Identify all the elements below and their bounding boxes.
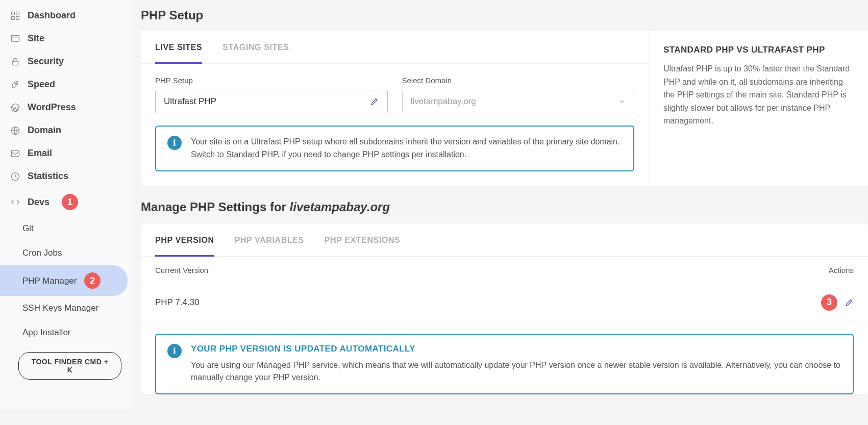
chevron-down-icon (618, 98, 626, 105)
manage-section-title: Manage PHP Settings for livetampabay.org (141, 200, 868, 214)
sidebar-item-label: Statistics (28, 171, 68, 182)
page-title: PHP Setup (141, 8, 868, 22)
sidebar-item-site[interactable]: Site (0, 27, 132, 50)
tab-live-sites[interactable]: LIVE SITES (155, 31, 202, 64)
sidebar-item-label: Speed (28, 79, 55, 90)
sidebar-item-statistics[interactable]: Statistics (0, 165, 132, 188)
pencil-icon[interactable] (845, 298, 854, 307)
site-icon (10, 34, 20, 44)
sidebar-item-label: Dashboard (28, 10, 76, 21)
svg-rect-2 (12, 16, 15, 19)
table-head-left: Current Version (155, 266, 208, 274)
sidebar-subitem-cron[interactable]: Cron Jobs (0, 241, 132, 265)
select-domain-label: Select Domain (402, 76, 635, 85)
sidebar-item-label: Site (28, 33, 44, 44)
sidebar-subitem-php-manager[interactable]: PHP Manager 2 (0, 265, 128, 296)
tab-php-extensions[interactable]: PHP EXTENSIONS (325, 223, 401, 256)
dashboard-icon (10, 11, 20, 21)
setup-info-text: Your site is on a Ultrafast PHP setup wh… (191, 136, 622, 161)
sidebar-item-speed[interactable]: Speed (0, 73, 132, 96)
php-setup-field[interactable]: Ultrafast PHP (155, 90, 388, 113)
php-setup-card: LIVE SITES STAGING SITES PHP Setup Ultra… (141, 31, 868, 186)
svg-rect-4 (12, 35, 19, 41)
sidebar-item-domain[interactable]: Domain (0, 119, 132, 142)
svg-rect-1 (16, 12, 19, 15)
sidebar-item-dashboard[interactable]: Dashboard (0, 4, 132, 27)
sidebar-item-label: Domain (28, 125, 61, 136)
lock-icon (10, 57, 20, 67)
settings-card: PHP VERSION PHP VARIABLES PHP EXTENSIONS… (141, 223, 868, 395)
info-icon: i (167, 136, 182, 150)
sidebar-item-wordpress[interactable]: WordPress (0, 96, 132, 119)
sidebar-item-devs[interactable]: Devs 1 (0, 188, 132, 216)
sidebar-item-label: Email (28, 148, 52, 159)
mail-icon (10, 148, 20, 159)
pencil-icon[interactable] (370, 97, 379, 106)
svg-point-6 (15, 83, 17, 85)
setup-tabs: LIVE SITES STAGING SITES (141, 31, 649, 64)
auto-update-title: YOUR PHP VERSION IS UPDATED AUTOMATICALL… (191, 344, 841, 354)
table-head-right: Actions (829, 266, 854, 274)
php-setup-label: PHP Setup (155, 76, 388, 85)
step-badge-2: 2 (84, 272, 101, 289)
sidebar-item-label: Security (28, 56, 64, 67)
auto-update-box: i YOUR PHP VERSION IS UPDATED AUTOMATICA… (155, 334, 854, 395)
auto-update-body: You are using our Managed PHP service, w… (191, 359, 841, 385)
svg-rect-3 (16, 16, 19, 19)
tab-staging-sites[interactable]: STAGING SITES (222, 31, 289, 63)
info-panel: STANDARD PHP VS ULTRAFAST PHP Ultrafast … (649, 31, 868, 186)
sidebar-item-email[interactable]: Email (0, 142, 132, 165)
sidebar-item-label: WordPress (28, 102, 76, 113)
info-panel-body: Ultrafast PHP is up to 30% faster than t… (663, 62, 856, 128)
main-content: PHP Setup LIVE SITES STAGING SITES PHP S… (132, 0, 868, 409)
info-panel-title: STANDARD PHP VS ULTRAFAST PHP (663, 45, 856, 55)
sidebar-subitem-git[interactable]: Git (0, 216, 132, 241)
php-setup-value: Ultrafast PHP (164, 96, 216, 107)
code-icon (10, 197, 20, 207)
globe-icon (10, 126, 20, 136)
sidebar-item-security[interactable]: Security (0, 50, 132, 73)
settings-tabs: PHP VERSION PHP VARIABLES PHP EXTENSIONS (141, 223, 868, 257)
sidebar-item-label: Devs (28, 197, 49, 208)
sidebar: Dashboard Site Security Speed WordPress … (0, 0, 132, 409)
select-domain-field[interactable]: livetampabay.org (402, 90, 635, 113)
php-version-value: PHP 7.4.30 (155, 297, 200, 308)
svg-rect-5 (12, 61, 18, 65)
table-header: Current Version Actions (141, 257, 868, 284)
tab-php-version[interactable]: PHP VERSION (155, 223, 214, 257)
step-badge-1: 1 (62, 194, 78, 210)
sidebar-subitem-ssh[interactable]: SSH Keys Manager (0, 296, 132, 320)
rocket-icon (10, 80, 20, 90)
setup-info-box: i Your site is on a Ultrafast PHP setup … (155, 126, 634, 171)
svg-rect-0 (12, 12, 15, 15)
sidebar-subitem-app-installer[interactable]: App Installer (0, 320, 132, 345)
tool-finder-button[interactable]: TOOL FINDER CMD + K (18, 352, 121, 380)
tab-php-variables[interactable]: PHP VARIABLES (235, 223, 304, 256)
wordpress-icon (10, 103, 20, 113)
clock-icon (10, 171, 20, 182)
select-domain-value: livetampabay.org (411, 96, 476, 107)
svg-rect-9 (12, 151, 19, 157)
table-row: PHP 7.4.30 3 (141, 284, 868, 321)
step-badge-3: 3 (821, 294, 837, 311)
sidebar-subitems: Git Cron Jobs PHP Manager 2 SSH Keys Man… (0, 216, 132, 345)
info-icon: i (167, 344, 182, 358)
